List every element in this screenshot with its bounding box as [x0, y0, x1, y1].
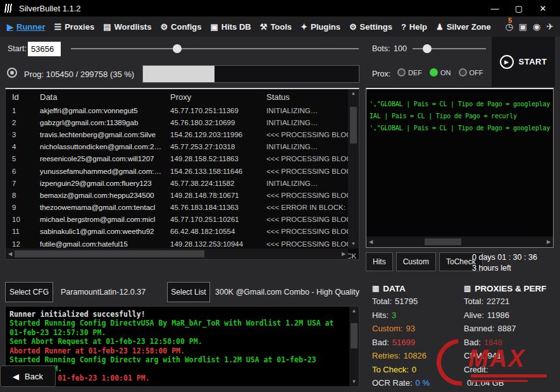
table-row[interactable]: 2gabzgrl@gmail.com:11389gab45.76.180.32:… — [6, 116, 359, 128]
scroll-left-icon[interactable]: ◀ — [366, 239, 375, 245]
log-line: Aborted Runner at 01-feb-23 12:58:00 PM. — [9, 346, 345, 355]
scroll-up-icon[interactable]: ▲ — [351, 89, 356, 98]
table-row[interactable]: 9thezoowemama@gmail.com:tentacl45.76.183… — [6, 202, 359, 214]
progress-fill — [143, 66, 215, 82]
start-button[interactable]: ▶ START — [492, 37, 555, 87]
scroll-down-icon[interactable]: ▼ — [351, 240, 356, 248]
nav-item-silver-zone[interactable]: ♟Silver Zone — [432, 16, 495, 37]
table-row[interactable]: 8bemaxiz@gmail.com:heppu234500149.28.148… — [6, 189, 359, 201]
close-button[interactable]: ✕ — [531, 0, 555, 16]
start-input[interactable] — [28, 42, 61, 56]
stat-row-total: Total:22721 — [464, 295, 559, 309]
proxies-stats-title: PROXIES & PERF — [475, 284, 546, 293]
nav-item-label: Configs — [171, 22, 201, 32]
table-horizontal-scrollbar[interactable]: ◀ ▶ — [6, 248, 348, 259]
cell-status: <<< PROCESSING BLOCK — [266, 155, 359, 162]
stat-row-bad: Bad:51699 — [372, 336, 467, 350]
table-row[interactable]: 3travis.lechtenberg@gmail.com:Silve154.2… — [6, 128, 359, 140]
log-vertical-scrollbar[interactable]: ▲ ▼ — [349, 307, 359, 386]
capture-panel: ',"GLOBAL | Pais = CL | Tipo de Pago = g… — [366, 88, 554, 248]
data-stats-rows: Total:51795Hits:3Custom:93Bad:51699Retri… — [372, 295, 467, 390]
table-hscroll-thumb[interactable] — [15, 250, 204, 257]
stat-label: Hits: — [372, 310, 389, 320]
tab-custom[interactable]: Custom — [396, 252, 436, 271]
runner-log: Runner initialized succesfully!Started R… — [5, 306, 359, 387]
cell-proxy: 45.77.38.224:11582 — [170, 180, 264, 187]
table-vertical-scrollbar[interactable]: ▲ ▼ — [348, 89, 359, 248]
scroll-down-icon[interactable]: ▼ — [352, 377, 357, 386]
scroll-right-icon[interactable]: ▶ — [339, 251, 348, 257]
tab-hits[interactable]: Hits — [366, 252, 393, 271]
prox-option-def[interactable]: DEF — [397, 68, 422, 77]
cell-proxy: 154.26.129.203:11996 — [170, 131, 264, 138]
nav-item-wordlists[interactable]: ▤Wordlists — [99, 16, 156, 37]
results-table: IdDataProxyStatus 1akjeffri@gmail.com:vo… — [5, 88, 359, 260]
table-row[interactable]: 1akjeffri@gmail.com:vonnegut545.77.170.2… — [6, 104, 359, 116]
table-row[interactable]: 7izpenguin29@gmail.com:fluery12345.77.38… — [6, 177, 359, 189]
telegram-icon[interactable]: ✈ — [546, 21, 554, 32]
radio-circle-icon — [430, 68, 438, 77]
stat-value: 1848 — [484, 338, 502, 347]
select-cfg-button[interactable]: Select CFG — [5, 282, 53, 302]
cell-status: <<< PROCESSING BLOCK — [266, 240, 359, 248]
scroll-up-icon[interactable]: ▲ — [352, 307, 357, 315]
result-tabs: HitsCustomToCheck — [366, 252, 483, 271]
table-row[interactable]: 5reesenicole25@gmail.com:will1207149.28.… — [6, 153, 359, 165]
select-list-button[interactable]: Select List — [167, 282, 210, 302]
prox-option-off[interactable]: OFF — [459, 68, 483, 77]
stat-label: Bad: — [464, 338, 481, 347]
bots-slider[interactable] — [413, 44, 486, 53]
nav-item-plugins[interactable]: ✦Plugins — [296, 16, 345, 37]
nav-item-configs[interactable]: ⚙Configs — [156, 16, 206, 37]
table-row[interactable]: 4nicholassuttondicken@gmail.com:2…45.77.… — [6, 141, 359, 153]
nav-item-proxies[interactable]: ☰Proxies — [50, 16, 99, 37]
stat-row-alive: Alive:11986 — [464, 309, 559, 322]
nav-item-help[interactable]: ?Help — [397, 16, 432, 37]
stat-label: OCR Rate: — [372, 378, 413, 388]
stat-row-retries: Retries:10826 — [372, 349, 467, 363]
nav-item-settings[interactable]: ⚙Settings — [345, 16, 397, 37]
bots-slider-thumb[interactable] — [423, 44, 432, 53]
back-button[interactable]: ◀ Back — [0, 365, 56, 387]
nav-item-runner[interactable]: ▶Runner — [3, 16, 50, 37]
column-header-status: Status — [266, 92, 359, 102]
prox-option-on[interactable]: ON — [430, 68, 451, 77]
minimize-button[interactable]: — — [483, 0, 507, 16]
runner-icon: ▶ — [7, 22, 13, 32]
capture-hscroll-thumb[interactable] — [425, 238, 461, 245]
eye-icon[interactable]: ◉ — [533, 21, 540, 32]
camera-icon[interactable]: ▣ — [519, 21, 527, 32]
table-vscroll-thumb[interactable] — [350, 107, 357, 144]
maximize-button[interactable]: ▢ — [507, 0, 531, 16]
cell-data: bemaxiz@gmail.com:heppu234500 — [40, 192, 168, 199]
capture-horizontal-scrollbar[interactable]: ◀ ▶ — [366, 236, 553, 247]
nav-item-label: Hits DB — [221, 22, 251, 32]
scroll-left-icon[interactable]: ◀ — [6, 251, 15, 257]
timer: 0 days 01 : 30 : 36 3 hours left — [472, 252, 537, 274]
column-header-proxy: Proxy — [170, 92, 264, 102]
table-row[interactable]: 11sabinakulic1@gmail.com:weethu9266.42.4… — [6, 226, 359, 238]
start-slider-thumb[interactable] — [173, 44, 182, 53]
data-stats-title: DATA — [383, 284, 406, 293]
proxies-stats-panel: ▧ PROXIES & PERF Total:22721Alive:11986B… — [464, 282, 559, 390]
stat-label: To Check: — [372, 365, 409, 374]
cell-status: <<< PROCESSING BLOCK — [266, 131, 359, 138]
nav-item-label: Proxies — [65, 22, 94, 32]
data-stats-panel: ▦ DATA Total:51795Hits:3Custom:93Bad:516… — [372, 282, 467, 390]
table-row[interactable]: 10michael.bergstrom@gmail.com:micl45.77.… — [6, 214, 359, 226]
proxies-stats-header: ▧ PROXIES & PERF — [464, 282, 559, 295]
tools-icon: ⚒ — [260, 22, 268, 32]
nav-item-label: Plugins — [311, 22, 340, 32]
stat-label: Bad: — [372, 338, 389, 347]
nav-item-hits-db[interactable]: ▣Hits DB — [206, 16, 255, 37]
start-slider[interactable] — [71, 44, 359, 53]
log-vscroll-thumb[interactable] — [351, 323, 358, 348]
stat-value: 11986 — [487, 310, 509, 320]
scroll-right-icon[interactable]: ▶ — [544, 239, 553, 245]
stat-row-hits: Hits:3 — [372, 309, 467, 322]
nav-item-tools[interactable]: ⚒Tools — [256, 16, 296, 37]
stat-value: 0/1.04 GB — [467, 378, 504, 388]
proxies-icon: ▧ — [464, 284, 471, 293]
table-row[interactable]: 6yunussefamuhammed@gmail.com:…154.26.133… — [6, 165, 359, 177]
stat-label: Custom: — [372, 324, 402, 333]
